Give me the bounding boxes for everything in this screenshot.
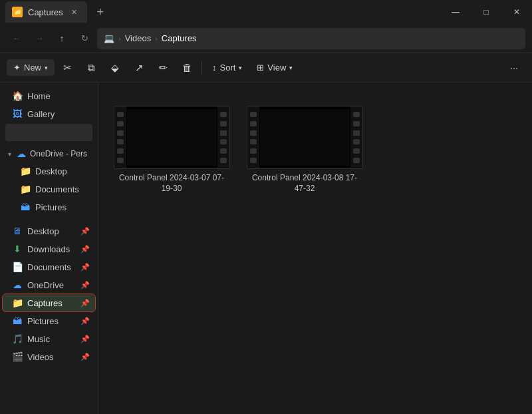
tab-folder-icon: 📁 [12,7,23,17]
content-area: Control Panel 2024-03-07 07-19-30 [98,83,532,414]
film-strip-left-1 [247,106,259,168]
sidebar-item-onedrive-qa[interactable]: ☁ OneDrive 📌 [3,276,95,294]
tab-close-button[interactable]: ✕ [68,6,80,18]
maximize-button[interactable]: □ [471,0,501,24]
new-button[interactable]: ✦ New ▾ [7,59,55,76]
sidebar-label-downloads-qa: Downloads [27,244,70,254]
sidebar-item-downloads-qa[interactable]: ⬇ Downloads 📌 [3,240,95,258]
address-path[interactable]: 💻 › Videos › Captures [97,28,525,49]
pin-icon-videos: 📌 [80,353,90,361]
sidebar-item-home[interactable]: 🏠 Home [3,87,95,104]
sidebar-item-documents-od[interactable]: 📁 Documents [3,180,95,198]
sidebar-label-desktop-qa: Desktop [27,226,59,236]
file-label-0: Control Panel 2024-03-07 07-19-30 [115,173,228,194]
pin-icon-pictures: 📌 [80,317,90,325]
active-tab[interactable]: 📁 Captures ✕ [5,1,87,23]
gallery-icon: 🖼 [12,108,23,119]
view-button[interactable]: ⊞ View ▾ [250,59,299,76]
rename-button[interactable]: ✏ [152,57,174,79]
film-strip-right-0 [217,106,229,168]
pictures-od-icon: 🏔 [20,202,31,212]
file-item-0[interactable]: Control Panel 2024-03-07 07-19-30 [112,103,231,197]
pin-icon-music: 📌 [80,335,90,343]
sidebar-item-gallery[interactable]: 🖼 Gallery [3,105,95,122]
downloads-qa-icon: ⬇ [12,244,23,254]
sidebar-label-pictures-od: Pictures [35,202,66,212]
sidebar-label-captures-qa: Captures [27,298,63,308]
desktop-qa-icon: 🖥 [12,226,23,236]
sidebar-item-pictures-od[interactable]: 🏔 Pictures [3,198,95,216]
video-thumbnail-1 [247,106,363,169]
delete-button[interactable]: 🗑 [176,57,198,79]
sidebar-item-documents-qa[interactable]: 📄 Documents 📌 [3,258,95,276]
sidebar-item-desktop-od[interactable]: 📁 Desktop [3,162,95,180]
documents-qa-icon: 📄 [12,262,23,272]
sidebar-onedrive-toggle[interactable]: ▾ ☁ OneDrive - Pers [3,146,95,162]
more-button[interactable]: ··· [503,57,525,79]
onedrive-icon: ☁ [16,148,27,159]
sidebar: 🏠 Home 🖼 Gallery ▾ ☁ OneDrive - Pers 📁 D… [0,83,98,414]
back-button[interactable]: ← [7,29,27,49]
video-preview-1 [260,109,350,166]
sidebar-collapsed-section[interactable] [5,124,92,141]
sidebar-item-music-qa[interactable]: 🎵 Music 📌 [3,330,95,347]
sidebar-label-onedrive: OneDrive - Pers [30,149,87,158]
pin-icon-captures: 📌 [80,299,90,308]
copy-button[interactable]: ⧉ [80,57,102,79]
sidebar-item-captures-qa[interactable]: 📁 Captures 📌 [3,294,95,311]
sidebar-label-onedrive-qa: OneDrive [27,280,64,290]
onedrive-chevron: ▾ [8,150,11,158]
pin-icon-onedrive: 📌 [80,281,90,290]
new-tab-button[interactable]: + [90,1,111,23]
paste-button[interactable]: ⬙ [104,57,126,79]
onedrive-qa-icon: ☁ [12,280,23,290]
minimize-button[interactable]: — [440,0,471,24]
file-item-1[interactable]: Control Panel 2024-03-08 17-47-32 [245,103,364,197]
film-strip-left-0 [114,106,126,168]
captures-qa-icon: 📁 [12,298,23,308]
path-videos: Videos [125,33,152,43]
sidebar-item-pictures-qa[interactable]: 🏔 Pictures 📌 [3,312,95,329]
video-thumbnail-0 [114,106,230,169]
sidebar-label-documents-qa: Documents [27,262,71,272]
toolbar: ✦ New ▾ ✂ ⧉ ⬙ ↗ ✏ 🗑 ↕ Sort ▾ ⊞ View ▾ ··… [0,53,532,83]
sidebar-label-music-qa: Music [27,334,50,344]
sidebar-item-videos-qa[interactable]: 🎬 Videos 📌 [3,348,95,365]
close-button[interactable]: ✕ [501,0,532,24]
pictures-qa-icon: 🏔 [12,315,23,326]
address-bar: ← → ↑ ↻ 💻 › Videos › Captures [0,24,532,53]
sidebar-label-desktop-od: Desktop [35,166,67,176]
tab-label: Captures [28,7,63,17]
new-label: New [24,63,41,73]
up-button[interactable]: ↑ [52,29,72,49]
sort-label: Sort [220,63,236,73]
this-pc-icon: 💻 [104,33,114,43]
refresh-button[interactable]: ↻ [74,29,94,49]
home-icon: 🏠 [12,91,23,101]
music-qa-icon: 🎵 [12,333,23,344]
pin-icon-downloads: 📌 [80,245,90,254]
sidebar-label-gallery: Gallery [27,109,55,119]
title-bar: 📁 Captures ✕ + — □ ✕ [0,0,532,24]
sidebar-label-documents-od: Documents [35,184,79,194]
sidebar-label-pictures-qa: Pictures [27,316,59,326]
file-label-1: Control Panel 2024-03-08 17-47-32 [248,173,361,194]
path-captures: Captures [162,33,197,43]
forward-button[interactable]: → [29,29,49,49]
sidebar-label-home: Home [27,91,51,101]
sidebar-item-desktop-qa[interactable]: 🖥 Desktop 📌 [3,222,95,240]
window-controls: — □ ✕ [440,0,532,24]
main-area: 🏠 Home 🖼 Gallery ▾ ☁ OneDrive - Pers 📁 D… [0,83,532,414]
toolbar-divider [201,61,202,75]
desktop-od-icon: 📁 [20,166,31,176]
pin-icon-documents: 📌 [80,263,90,272]
cut-button[interactable]: ✂ [56,57,78,79]
file-grid: Control Panel 2024-03-07 07-19-30 [112,96,519,204]
sort-icon: ↕ [212,63,217,73]
sort-button[interactable]: ↕ Sort ▾ [205,59,249,76]
videos-qa-icon: 🎬 [12,351,23,362]
new-chevron: ▾ [45,65,48,71]
video-preview-0 [127,109,217,166]
share-button[interactable]: ↗ [128,57,150,79]
sidebar-label-videos-qa: Videos [27,352,54,362]
